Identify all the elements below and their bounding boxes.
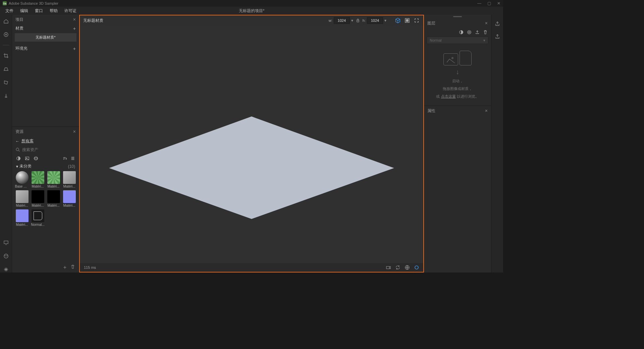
list-view-icon[interactable] xyxy=(70,156,75,161)
width-input[interactable]: 1024 xyxy=(334,17,350,24)
left-panels: 项目 × 材质 + 无标题材质* 环境光 + 资源 × ← 所有库 xyxy=(12,15,79,272)
sort-icon[interactable] xyxy=(62,156,67,161)
filter-image-icon[interactable] xyxy=(25,156,30,161)
blend-mode-select[interactable]: Normal ▾ xyxy=(427,37,488,44)
right-panels: 图层 × Normal ▾ ↓ 启动 xyxy=(424,15,491,272)
asset-item[interactable]: Matéri... xyxy=(46,171,61,188)
project-panel-close-icon[interactable]: × xyxy=(73,17,76,22)
asset-label: Matéri... xyxy=(47,185,59,188)
asset-label: Matéri... xyxy=(47,204,59,207)
assets-panel-title: 资源 xyxy=(15,129,23,135)
view-2d-icon[interactable] xyxy=(404,17,411,24)
asset-thumbnail xyxy=(63,190,76,203)
layers-toolbar xyxy=(424,28,491,37)
assets-breadcrumb[interactable]: ← 所有库 xyxy=(12,136,79,146)
export-icon[interactable] xyxy=(494,21,500,27)
svg-point-17 xyxy=(468,31,471,34)
refresh-icon[interactable] xyxy=(395,265,400,270)
asset-item[interactable]: Matéri... xyxy=(62,171,76,188)
menu-window[interactable]: 窗口 xyxy=(32,8,46,14)
filter-sphere-icon[interactable] xyxy=(34,156,38,161)
window-maximize-icon[interactable]: ▢ xyxy=(487,1,491,6)
asset-thumbnail xyxy=(32,171,44,184)
share-icon[interactable] xyxy=(494,34,500,40)
filter-contrast-icon[interactable] xyxy=(16,156,21,161)
back-arrow-icon[interactable]: ← xyxy=(15,139,19,144)
asset-item[interactable]: Matéri... xyxy=(31,190,45,207)
home-icon[interactable] xyxy=(3,18,9,24)
document-placeholder-icon xyxy=(460,51,472,65)
category-label: 未分类 xyxy=(19,163,32,169)
add-environment-icon[interactable]: + xyxy=(73,46,76,51)
globe-icon[interactable] xyxy=(3,253,9,259)
add-material-icon[interactable]: + xyxy=(73,26,76,31)
asset-item[interactable]: Matéri... xyxy=(15,190,29,207)
layer-mask-icon[interactable] xyxy=(467,30,472,35)
asset-item[interactable]: Matéri... xyxy=(46,190,61,207)
layers-panel-close-icon[interactable]: × xyxy=(485,20,488,26)
crop-icon[interactable] xyxy=(3,53,9,59)
clone-icon[interactable] xyxy=(3,93,9,99)
svg-rect-1 xyxy=(4,241,8,244)
breadcrumb-label[interactable]: 所有库 xyxy=(21,138,34,144)
asset-thumbnail xyxy=(32,209,44,222)
sparkle-icon[interactable] xyxy=(3,266,9,272)
project-panel-title: 项目 xyxy=(15,17,23,22)
lock-icon[interactable] xyxy=(356,18,360,22)
height-input[interactable]: 1024 xyxy=(367,17,383,24)
add-icon[interactable] xyxy=(3,32,9,38)
viewport-canvas[interactable] xyxy=(80,26,423,263)
menu-help[interactable]: 帮助 xyxy=(46,8,61,14)
layer-export-icon[interactable] xyxy=(475,30,480,35)
properties-panel-header: 属性 × xyxy=(424,106,491,115)
add-asset-icon[interactable]: + xyxy=(63,264,66,270)
assets-search-input[interactable] xyxy=(22,147,76,152)
window-close-icon[interactable]: ✕ xyxy=(497,1,500,6)
title-bar: Sa Adobe Substance 3D Sampler — ▢ ✕ xyxy=(0,0,503,7)
browse-link[interactable]: 点击这里 xyxy=(441,94,456,98)
menu-file[interactable]: 文件 xyxy=(2,8,17,14)
layer-contrast-icon[interactable] xyxy=(459,30,464,35)
environment-label: 环境光 xyxy=(15,46,28,51)
assets-filter-row xyxy=(12,155,79,162)
svg-point-15 xyxy=(415,266,418,269)
asset-label: Matéri... xyxy=(63,185,75,188)
asset-category-row[interactable]: ▾ 未分类 (10) xyxy=(12,162,79,170)
asset-thumbnail xyxy=(16,209,29,222)
properties-panel-close-icon[interactable]: × xyxy=(485,108,488,113)
window-minimize-icon[interactable]: — xyxy=(477,1,481,6)
assets-panel-close-icon[interactable]: × xyxy=(73,129,76,134)
asset-label: Matéri... xyxy=(16,204,28,207)
svg-point-18 xyxy=(469,32,470,33)
assets-panel: 资源 × ← 所有库 xyxy=(12,127,79,272)
assets-search[interactable] xyxy=(15,147,76,153)
perspective-icon[interactable] xyxy=(3,66,9,72)
menu-license[interactable]: 许可证 xyxy=(61,8,80,14)
warp-icon[interactable] xyxy=(3,80,9,86)
monitor-icon[interactable] xyxy=(3,240,9,246)
camera-icon[interactable] xyxy=(386,265,391,270)
asset-item[interactable]: Matéri... xyxy=(31,171,45,188)
layers-drop-zone[interactable]: ↓ 启动， 拖放图像或材质， 或 点击这里 以进行浏览。 xyxy=(424,44,491,106)
environment-icon[interactable] xyxy=(405,265,410,270)
asset-item[interactable]: Normal... xyxy=(31,209,45,227)
fullscreen-icon[interactable] xyxy=(413,17,420,24)
layer-delete-icon[interactable] xyxy=(483,30,488,35)
render-toggle-icon[interactable] xyxy=(414,265,419,270)
asset-item[interactable]: Base M... xyxy=(15,171,29,188)
height-chevron-icon[interactable]: ▾ xyxy=(384,18,386,23)
asset-item[interactable]: Matéri... xyxy=(62,190,76,207)
asset-thumbnail xyxy=(63,171,76,184)
center-column: 无标题材质 w: 1024 ▾ h: 1024 ▾ xyxy=(79,15,424,272)
drop-text-1: 启动， xyxy=(452,79,463,84)
asset-thumbnail xyxy=(32,190,44,203)
view-3d-icon[interactable] xyxy=(394,17,401,24)
asset-thumbnail xyxy=(47,190,60,203)
menu-edit[interactable]: 编辑 xyxy=(17,8,32,14)
environment-section: 环境光 + xyxy=(12,44,79,53)
delete-asset-icon[interactable] xyxy=(70,264,75,270)
material-list-item[interactable]: 无标题材质* xyxy=(15,33,76,42)
drag-handle-icon[interactable] xyxy=(453,16,462,17)
asset-item[interactable]: Matéri... xyxy=(15,209,29,227)
width-chevron-icon[interactable]: ▾ xyxy=(351,18,353,23)
